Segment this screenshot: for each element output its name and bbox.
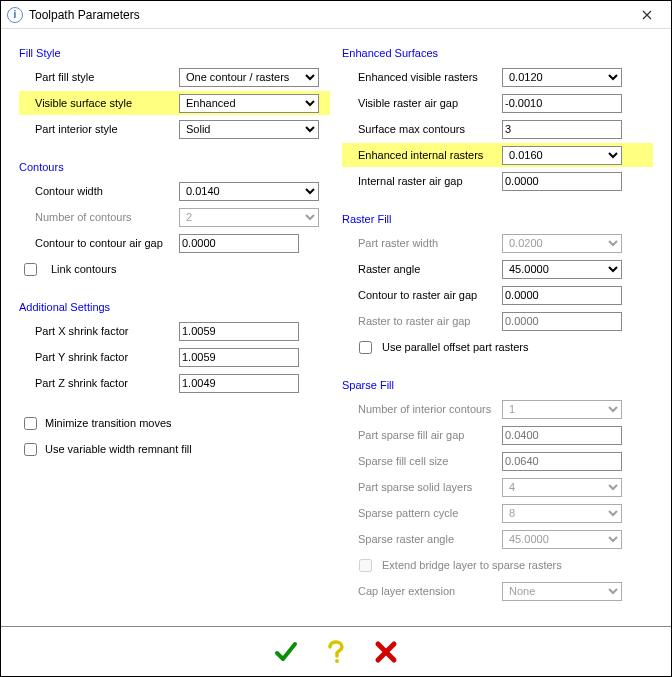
row-y-shrink: Part Y shrink factor — [19, 345, 330, 369]
titlebar: i Toolpath Parameters — [1, 1, 671, 29]
label-number-of-contours: Number of contours — [19, 211, 179, 223]
label-sparse-raster-angle: Sparse raster angle — [342, 533, 502, 545]
label-sparse-pattern-cycle: Sparse pattern cycle — [342, 507, 502, 519]
row-x-shrink: Part X shrink factor — [19, 319, 330, 343]
input-x-shrink[interactable] — [179, 322, 299, 341]
row-visible-raster-air-gap: Visible raster air gap — [342, 91, 653, 115]
footer — [1, 626, 671, 676]
window-title: Toolpath Parameters — [29, 8, 629, 22]
row-variable-width: Use variable width remnant fill — [19, 437, 330, 461]
label-x-shrink: Part X shrink factor — [19, 325, 179, 337]
row-extend-bridge: Extend bridge layer to sparse rasters — [342, 553, 653, 577]
row-sparse-solid-layers: Part sparse solid layers 4 — [342, 475, 653, 499]
label-visible-surface-style: Visible surface style — [19, 97, 179, 109]
label-part-fill-style: Part fill style — [19, 71, 179, 83]
input-internal-raster-air-gap[interactable] — [502, 172, 622, 191]
left-column: Fill Style Part fill style One contour /… — [19, 43, 330, 622]
input-y-shrink[interactable] — [179, 348, 299, 367]
cross-icon — [374, 640, 398, 664]
checkbox-minimize-transition[interactable] — [24, 417, 37, 430]
row-sparse-air-gap: Part sparse fill air gap — [342, 423, 653, 447]
select-contour-width[interactable]: 0.0140 — [179, 182, 319, 201]
info-icon: i — [7, 7, 23, 23]
ok-button[interactable] — [271, 637, 301, 667]
row-contour-to-raster: Contour to raster air gap — [342, 283, 653, 307]
row-sparse-pattern-cycle: Sparse pattern cycle 8 — [342, 501, 653, 525]
content-area: Fill Style Part fill style One contour /… — [1, 29, 671, 626]
check-icon — [273, 639, 299, 665]
svg-point-0 — [335, 659, 339, 663]
label-extend-bridge: Extend bridge layer to sparse rasters — [376, 559, 562, 571]
checkbox-parallel-offset[interactable] — [359, 341, 372, 354]
question-icon — [324, 639, 348, 665]
label-sparse-cell-size: Sparse fill cell size — [342, 455, 502, 467]
row-contour-air-gap: Contour to contour air gap — [19, 231, 330, 255]
row-parallel-offset: Use parallel offset part rasters — [342, 335, 653, 359]
select-sparse-solid-layers: 4 — [502, 478, 622, 497]
close-button[interactable] — [629, 5, 665, 25]
row-visible-surface-style: Visible surface style Enhanced — [19, 91, 330, 115]
row-num-interior-contours: Number of interior contours 1 — [342, 397, 653, 421]
select-enh-internal-rasters[interactable]: 0.0160 — [502, 146, 622, 165]
label-contour-width: Contour width — [19, 185, 179, 197]
input-contour-to-raster[interactable] — [502, 286, 622, 305]
row-contour-width: Contour width 0.0140 — [19, 179, 330, 203]
section-contours: Contours — [19, 161, 330, 173]
right-column: Enhanced Surfaces Enhanced visible raste… — [342, 43, 653, 622]
select-part-interior-style[interactable]: Solid — [179, 120, 319, 139]
row-enh-internal-rasters: Enhanced internal rasters 0.0160 — [342, 143, 653, 167]
label-visible-raster-air-gap: Visible raster air gap — [342, 97, 502, 109]
row-sparse-raster-angle: Sparse raster angle 45.0000 — [342, 527, 653, 551]
label-contour-to-raster: Contour to raster air gap — [342, 289, 502, 301]
select-number-of-contours: 2 — [179, 208, 319, 227]
select-part-fill-style[interactable]: One contour / rasters — [179, 68, 319, 87]
label-variable-width: Use variable width remnant fill — [41, 443, 192, 455]
checkbox-extend-bridge — [359, 559, 372, 572]
checkbox-variable-width[interactable] — [24, 443, 37, 456]
row-internal-raster-air-gap: Internal raster air gap — [342, 169, 653, 193]
section-raster-fill: Raster Fill — [342, 213, 653, 225]
label-sparse-solid-layers: Part sparse solid layers — [342, 481, 502, 493]
label-parallel-offset: Use parallel offset part rasters — [376, 341, 529, 353]
select-raster-angle[interactable]: 45.0000 — [502, 260, 622, 279]
label-enh-internal-rasters: Enhanced internal rasters — [342, 149, 502, 161]
row-cap-layer-extension: Cap layer extension None — [342, 579, 653, 603]
label-cap-layer-extension: Cap layer extension — [342, 585, 502, 597]
input-sparse-air-gap — [502, 426, 622, 445]
input-surface-max-contours[interactable] — [502, 120, 622, 139]
cancel-button[interactable] — [371, 637, 401, 667]
label-surface-max-contours: Surface max contours — [342, 123, 502, 135]
select-sparse-raster-angle: 45.0000 — [502, 530, 622, 549]
input-raster-to-raster — [502, 312, 622, 331]
row-raster-angle: Raster angle 45.0000 — [342, 257, 653, 281]
section-additional: Additional Settings — [19, 301, 330, 313]
select-sparse-pattern-cycle: 8 — [502, 504, 622, 523]
row-part-fill-style: Part fill style One contour / rasters — [19, 65, 330, 89]
select-enh-visible-rasters[interactable]: 0.0120 — [502, 68, 622, 87]
select-num-interior-contours: 1 — [502, 400, 622, 419]
section-enhanced: Enhanced Surfaces — [342, 47, 653, 59]
dialog-window: i Toolpath Parameters Fill Style Part fi… — [0, 0, 672, 677]
row-z-shrink: Part Z shrink factor — [19, 371, 330, 395]
input-visible-raster-air-gap[interactable] — [502, 94, 622, 113]
label-raster-angle: Raster angle — [342, 263, 502, 275]
label-raster-to-raster: Raster to raster air gap — [342, 315, 502, 327]
label-sparse-air-gap: Part sparse fill air gap — [342, 429, 502, 441]
label-z-shrink: Part Z shrink factor — [19, 377, 179, 389]
label-link-contours: Link contours — [41, 263, 116, 275]
select-visible-surface-style[interactable]: Enhanced — [179, 94, 319, 113]
row-enh-visible-rasters: Enhanced visible rasters 0.0120 — [342, 65, 653, 89]
label-part-raster-width: Part raster width — [342, 237, 502, 249]
label-y-shrink: Part Y shrink factor — [19, 351, 179, 363]
input-contour-air-gap[interactable] — [179, 234, 299, 253]
select-cap-layer-extension: None — [502, 582, 622, 601]
input-z-shrink[interactable] — [179, 374, 299, 393]
row-number-of-contours: Number of contours 2 — [19, 205, 330, 229]
label-enh-visible-rasters: Enhanced visible rasters — [342, 71, 502, 83]
row-part-interior-style: Part interior style Solid — [19, 117, 330, 141]
help-button[interactable] — [321, 637, 351, 667]
checkbox-link-contours[interactable] — [24, 263, 37, 276]
label-contour-air-gap: Contour to contour air gap — [19, 237, 179, 249]
label-part-interior-style: Part interior style — [19, 123, 179, 135]
section-fill-style: Fill Style — [19, 47, 330, 59]
